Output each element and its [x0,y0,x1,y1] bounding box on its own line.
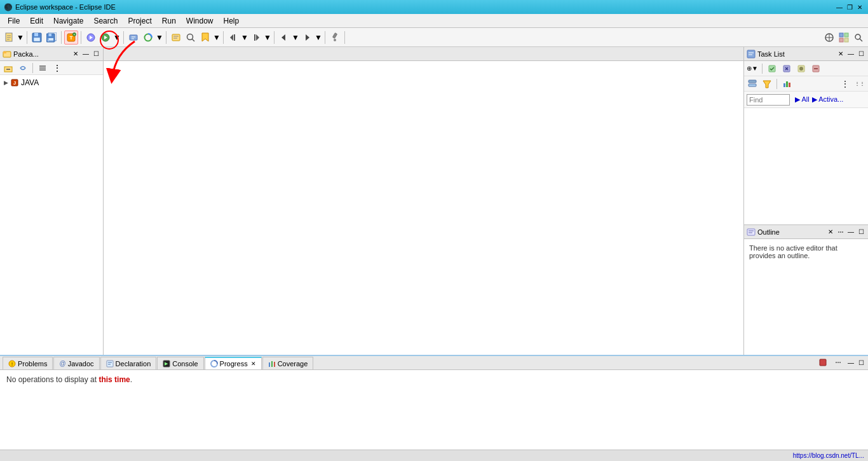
toolbar-search[interactable] [851,31,865,45]
menu-window[interactable]: Window [181,15,219,27]
toolbar: ▼ T + ▼ ▼ ▼ [0,28,868,47]
bottom-minimize[interactable]: — [846,358,855,367]
toolbar-sep-3 [81,31,81,44]
tab-progress-close[interactable]: ✕ [251,361,256,367]
search-button[interactable] [184,31,198,45]
task-btn-1[interactable] [765,62,779,76]
nav-prev-annotation-dropdown[interactable]: ▼ [241,31,248,45]
svg-marker-29 [230,34,233,41]
outline-header-buttons[interactable]: ✕ — ☐ [826,228,865,237]
outline-minimize[interactable]: — [846,228,855,237]
toolbar-group-new: ▼ [3,31,24,45]
status-bar: https://blog.csdn.net/TL... [0,450,868,461]
svg-point-36 [334,39,336,41]
save-all-button[interactable] [44,31,58,45]
minimize-button[interactable]: — [835,3,844,11]
nav-back[interactable] [277,31,291,45]
new-button[interactable] [3,31,17,45]
title-bar: 🌑 Eclipse workspace - Eclipse IDE — ❐ ✕ [0,0,868,14]
task-find-input[interactable] [747,94,790,106]
task-all-button[interactable]: ▶ All [795,95,810,104]
nav-forward-dropdown[interactable]: ▼ [315,31,322,45]
nav-prev-annotation[interactable] [226,31,240,45]
task-list-header-buttons[interactable]: ✕ — ☐ [836,50,865,58]
bottom-stop-button[interactable] [816,355,830,369]
nav-next-annotation-dropdown[interactable]: ▼ [264,31,271,45]
task-btn-3[interactable] [794,62,808,76]
tl-sep2 [776,79,777,89]
tab-declaration[interactable]: Declaration [100,357,157,369]
package-explorer-minimize[interactable]: — [81,50,90,58]
task-chart[interactable] [780,77,794,91]
tab-javadoc[interactable]: @ Javadoc [53,357,99,369]
package-menu[interactable] [36,61,50,75]
editor-tabs [104,47,743,61]
task-list-toolbar-1: ⊕▼ [744,61,868,76]
tab-progress[interactable]: Progress ✕ [205,357,262,369]
tab-coverage[interactable]: Coverage [262,357,314,369]
package-explorer-maximize[interactable]: ☐ [92,50,100,58]
nav-back-dropdown[interactable]: ▼ [292,31,299,45]
menu-navigate[interactable]: Navigate [48,15,88,27]
link-with-editor[interactable] [16,61,30,75]
svg-rect-55 [747,50,755,58]
save-button[interactable] [30,31,44,45]
open-type-button[interactable]: T + [64,31,78,45]
toolbar-run[interactable] [98,31,112,45]
toolbar-coverage[interactable] [141,31,155,45]
nav-forward[interactable] [300,31,314,45]
task-btn-4[interactable] [809,62,823,76]
menu-run[interactable]: Run [157,15,181,27]
svg-rect-19 [130,35,137,40]
task-dots-2[interactable]: ⋮⋮ [853,77,867,91]
pin-editor[interactable] [328,31,342,45]
bottom-content-text: No operations to display at this time. [6,375,132,384]
close-button[interactable]: ✕ [855,3,864,11]
tab-coverage-label: Coverage [278,360,308,368]
task-find-bar: ▶ All ▶ Activa... [744,92,868,108]
java-tree-item[interactable]: ▶ J JAVA [3,78,100,88]
outline-options[interactable] [836,228,845,237]
open-perspective[interactable] [822,31,836,45]
task-list-maximize[interactable]: ☐ [857,50,865,58]
task-categories[interactable] [745,77,759,91]
menu-help[interactable]: Help [219,15,245,27]
menu-project[interactable]: Project [123,15,156,27]
task-list-minimize[interactable]: — [846,50,855,58]
title-bar-controls[interactable]: — ❐ ✕ [835,3,864,11]
task-btn-2[interactable] [780,62,794,76]
task-filter[interactable] [760,77,774,91]
bookmark-button[interactable] [198,31,212,45]
task-dots[interactable]: ⋮ [838,77,852,91]
nav-next-annotation[interactable] [249,31,263,45]
outline-maximize[interactable]: ☐ [857,228,865,237]
svg-rect-42 [839,38,843,42]
svg-rect-23 [172,34,180,41]
bottom-maximize[interactable]: ☐ [857,358,865,367]
tab-console[interactable]: ▶ Console [157,357,203,369]
bookmark-dropdown[interactable]: ▼ [213,31,220,45]
new-dropdown[interactable]: ▼ [17,31,24,45]
package-explorer-header-buttons[interactable]: ✕ — ☐ [71,50,100,58]
outline-no-editor-text: There is no active editor that provides … [749,244,837,259]
toolbar-debug[interactable] [84,31,98,45]
toolbar-btn-5[interactable] [126,31,140,45]
tl-sep1 [762,64,763,74]
task-list-close[interactable]: ✕ [836,50,845,58]
collapse-all[interactable] [1,61,15,75]
toolbar-coverage-dropdown[interactable]: ▼ [156,31,163,45]
task-add-dropdown[interactable]: ⊕▼ [745,62,759,76]
tab-problems[interactable]: ! Problems [3,357,53,369]
package-more[interactable]: ⋮ [50,61,64,75]
package-explorer-close[interactable]: ✕ [71,50,80,58]
menu-file[interactable]: File [3,15,25,27]
bottom-options[interactable] [831,355,845,369]
open-task[interactable] [169,31,183,45]
menu-edit[interactable]: Edit [25,15,48,27]
outline-close[interactable]: ✕ [826,228,835,237]
perspective-layout[interactable] [837,31,851,45]
task-activate-button[interactable]: ▶ Activa... [812,95,844,104]
restore-button[interactable]: ❐ [845,3,854,11]
menu-search[interactable]: Search [88,15,123,27]
run-dropdown[interactable]: ▼ [113,31,121,45]
